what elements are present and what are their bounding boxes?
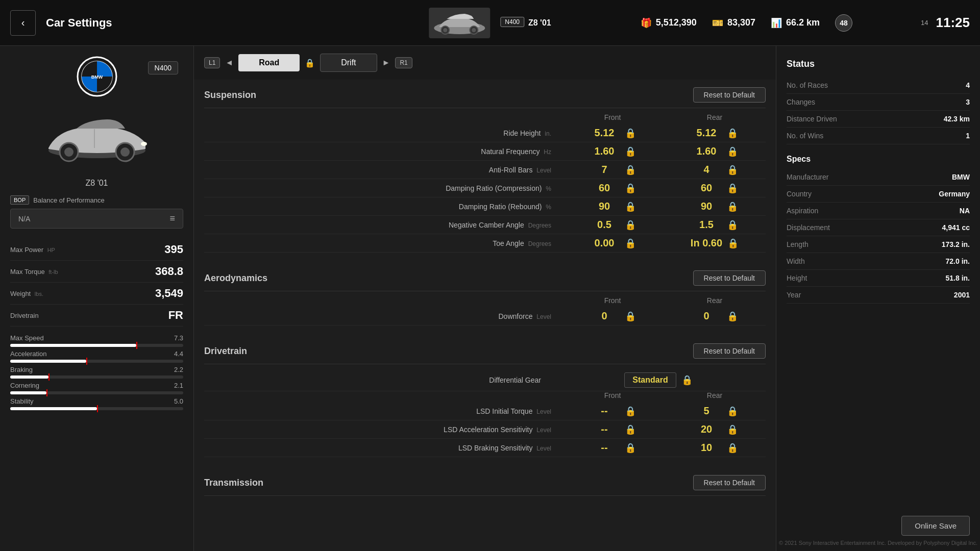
front-value-4: 90: [589, 201, 620, 212]
online-save-button[interactable]: Online Save: [901, 516, 970, 536]
aero-rear-header: Rear: [664, 296, 766, 305]
front-value-3: 60: [589, 182, 620, 194]
setting-name-2: Anti-Roll Bars Level: [204, 166, 561, 174]
transmission-title: Transmission: [204, 478, 263, 488]
bar-fill-3: [10, 391, 46, 394]
status-row-0: No. of Races 4: [787, 77, 970, 94]
mileage-value: 83,307: [727, 17, 755, 28]
bar-stat-braking: Braking 2.2: [10, 366, 183, 379]
rear-value-4: 90: [691, 201, 722, 212]
suspension-sub-header: Front Rear: [204, 113, 766, 121]
weight-row: Weight lbs. 3,549: [10, 283, 183, 305]
setting-name-1: LSD Acceleration Sensitivity Level: [204, 425, 561, 434]
rear-value-2: 10: [691, 442, 722, 454]
rear-lock-2: 🔒: [727, 442, 738, 454]
back-button[interactable]: ‹: [10, 10, 36, 36]
specs-value-7: 2001: [954, 291, 970, 299]
setting-row-2: LSD Braking Sensitivity Level -- 🔒 10 🔒: [204, 439, 766, 457]
setting-row-0: LSD Initial Torque Level -- 🔒 5 🔒: [204, 402, 766, 420]
specs-value-6: 51.8 in.: [946, 274, 970, 282]
transmission-reset-button[interactable]: Reset to Default: [693, 475, 766, 490]
setting-name-0: Downforce Level: [204, 312, 561, 320]
na-bar: N/A ≡: [10, 209, 183, 229]
bmw-logo: BMW: [77, 56, 117, 97]
suspension-title: Suspension: [204, 90, 256, 101]
main-content: L1 ◄ Road 🔒 Drift ► R1 Suspension Reset …: [194, 46, 776, 551]
status-row-3: No. of Wins 1: [787, 128, 970, 144]
next-arrow[interactable]: ►: [382, 58, 390, 67]
specs-value-0: BMW: [952, 173, 970, 181]
bar-container-0: [10, 344, 183, 347]
car-sidebar-name: Z8 '01: [10, 179, 183, 188]
aerodynamics-header: Aerodynamics Reset to Default: [204, 263, 766, 291]
bar-label-3: Cornering: [10, 382, 39, 389]
bar-marker-2: [48, 373, 50, 381]
drift-tab[interactable]: Drift: [320, 54, 377, 72]
front-value-group-0: 0 🔒: [561, 310, 664, 322]
bop-label: BOP Balance of Performance: [10, 195, 183, 205]
front-value-0: 0: [589, 310, 620, 322]
specs-label-6: Height: [787, 274, 807, 282]
time-display: 11:25: [936, 15, 970, 31]
aero-rows: Downforce Level 0 🔒 0 🔒: [204, 307, 766, 325]
bar-marker-3: [46, 389, 47, 396]
drivetrain-reset-button[interactable]: Reset to Default: [693, 343, 766, 359]
drivetrain-header: Drivetrain Reset to Default: [204, 336, 766, 364]
bop-description: Balance of Performance: [33, 196, 104, 204]
setting-name-3: Damping Ratio (Compression) %: [204, 184, 561, 192]
rear-lock-2: 🔒: [727, 164, 738, 176]
setting-row-5: Negative Camber Angle Degrees 0.5 🔒 1.5 …: [204, 216, 766, 234]
specs-value-2: NA: [960, 207, 970, 215]
mileage-icon: 🎫: [712, 17, 723, 29]
specs-rows: Manufacturer BMW Country Germany Aspirat…: [787, 169, 970, 304]
setting-name-1: Natural Frequency Hz: [204, 147, 561, 156]
differential-gear-value: Standard: [624, 372, 676, 388]
rear-lock-3: 🔒: [727, 183, 738, 194]
specs-row-6: Height 51.8 in.: [787, 270, 970, 287]
differential-gear-row: Differential Gear Standard 🔒: [204, 369, 766, 391]
drivetrain-front-header: Front: [561, 391, 664, 399]
differential-lock-icon: 🔒: [681, 374, 693, 386]
rear-value-5: 1.5: [691, 219, 722, 231]
specs-row-4: Length 173.2 in.: [787, 236, 970, 253]
aerodynamics-section: Aerodynamics Reset to Default Front Rear…: [194, 263, 776, 336]
prev-arrow[interactable]: ◄: [225, 58, 233, 67]
svg-point-10: [64, 147, 74, 157]
rear-value-group-5: 1.5 🔒: [664, 219, 766, 231]
status-value-0: 4: [966, 81, 970, 89]
setting-row-1: LSD Acceleration Sensitivity Level -- 🔒 …: [204, 420, 766, 439]
bar-marker-4: [97, 405, 98, 412]
aero-front-header: Front: [561, 296, 664, 305]
max-torque-label: Max Torque ft-lb: [10, 268, 58, 276]
status-label-0: No. of Races: [787, 81, 828, 89]
credits-stat: 🎁 5,512,390: [641, 17, 697, 29]
max-power-row: Max Power HP 395: [10, 239, 183, 261]
bar-label-0: Max Speed: [10, 334, 44, 342]
front-value-1: --: [589, 423, 620, 435]
l1-badge: L1: [204, 57, 220, 68]
specs-row-5: Width 72.0 in.: [787, 253, 970, 270]
rear-value-group-6: In 0.60 🔒: [664, 237, 766, 249]
specs-row-2: Aspiration NA: [787, 203, 970, 219]
level-stat: 48: [835, 14, 852, 32]
status-label-3: No. of Wins: [787, 132, 823, 140]
aerodynamics-title: Aerodynamics: [204, 273, 267, 284]
bar-marker-0: [136, 342, 137, 349]
setting-name-0: LSD Initial Torque Level: [204, 407, 561, 415]
aerodynamics-reset-button[interactable]: Reset to Default: [693, 270, 766, 286]
credits-value: 5,512,390: [656, 17, 697, 28]
rear-value-group-0: 5.12 🔒: [664, 127, 766, 139]
bar-label-2: Braking: [10, 366, 33, 373]
road-tab[interactable]: Road: [238, 54, 300, 71]
specs-label-5: Width: [787, 257, 805, 265]
front-value-group-6: 0.00 🔒: [561, 237, 664, 249]
aero-sub-header: Front Rear: [204, 296, 766, 305]
suspension-reset-button[interactable]: Reset to Default: [693, 87, 766, 103]
menu-icon: ≡: [169, 213, 175, 224]
drivetrain-section: Drivetrain Reset to Default Differential…: [194, 336, 776, 467]
front-lock-6: 🔒: [625, 238, 636, 249]
specs-value-4: 173.2 in.: [942, 240, 970, 248]
setting-name-5: Negative Camber Angle Degrees: [204, 221, 561, 229]
max-torque-row: Max Torque ft-lb 368.8: [10, 261, 183, 283]
max-torque-value: 368.8: [155, 265, 183, 278]
